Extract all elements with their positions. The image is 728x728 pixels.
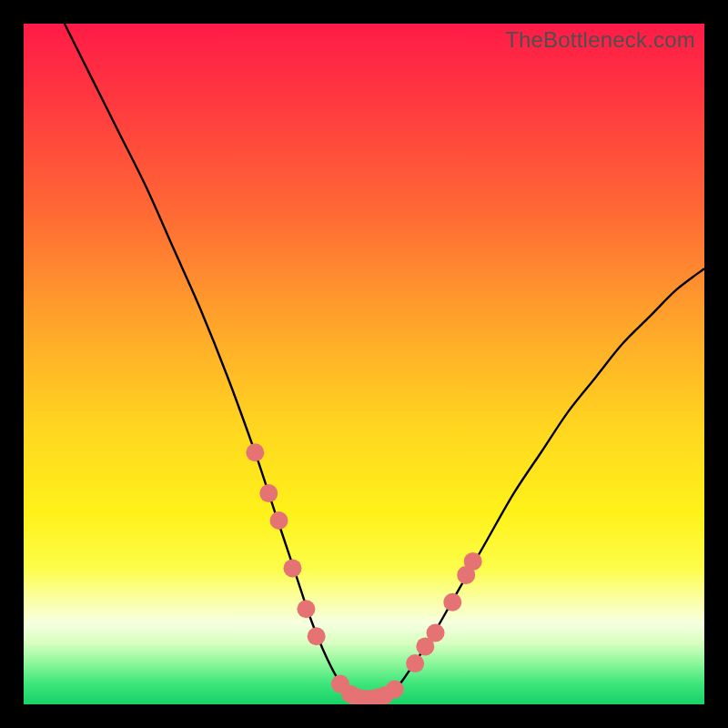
marker-dot: [283, 559, 301, 577]
gradient-background: [24, 24, 704, 704]
marker-dot: [386, 681, 404, 699]
marker-dot: [270, 511, 288, 530]
marker-dot: [464, 552, 482, 571]
bottleneck-chart: [24, 24, 704, 704]
marker-dot: [308, 627, 326, 645]
marker-dot: [297, 600, 315, 618]
watermark-text: TheBottleneck.com: [505, 27, 695, 53]
marker-dot: [406, 654, 424, 672]
marker-dot: [427, 623, 445, 642]
marker-dot: [246, 443, 264, 461]
chart-frame: TheBottleneck.com: [0, 0, 728, 728]
marker-dot: [259, 484, 278, 502]
plot-area: TheBottleneck.com: [24, 24, 704, 704]
marker-dot: [443, 593, 461, 612]
